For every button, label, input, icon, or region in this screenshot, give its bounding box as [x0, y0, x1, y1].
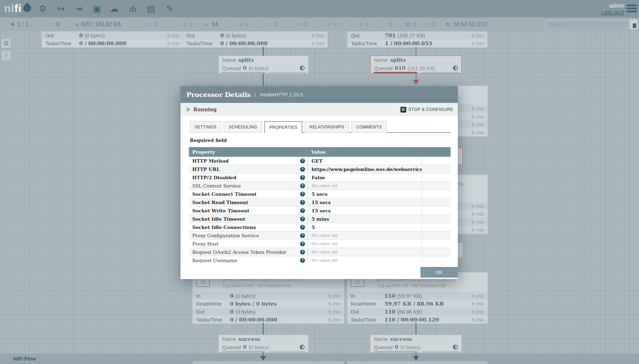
help-icon[interactable]: ? — [300, 183, 305, 188]
not-transmitting-icon: ⊘ — [183, 21, 187, 28]
label-icon[interactable]: ✎ — [164, 3, 176, 15]
help-icon[interactable]: ? — [300, 258, 305, 263]
tab-settings[interactable]: SETTINGS — [190, 121, 221, 133]
status-up-to-date: ✔0 — [327, 18, 337, 31]
stat-value-detail: (0 bytes) — [226, 32, 246, 38]
status-sync-failure-count: 0 — [432, 21, 435, 28]
breadcrumb[interactable]: NiFi Flow — [13, 356, 36, 362]
property-row: Request OAuth2 Access Token Provider?No … — [189, 248, 451, 256]
navigate-palette-button[interactable]: ⊙ — [1, 38, 11, 48]
connection-line-backpressure[interactable] — [416, 47, 416, 56]
property-value: 5 secs — [312, 191, 327, 197]
status-running-count: 14 — [212, 21, 218, 28]
refresh-icon[interactable]: ↻ — [446, 21, 451, 28]
input-port-icon[interactable]: ↦ — [55, 3, 67, 15]
stat-value-detail: (0 bytes) — [235, 293, 256, 299]
stat-label: Out — [348, 32, 385, 38]
stat-value: 1 / 00:00:00.053 — [385, 40, 432, 47]
help-icon[interactable]: ? — [300, 217, 305, 221]
connection-line[interactable] — [416, 323, 416, 335]
connection-label-splits-right[interactable]: Namesplits Queued610(161.25 KB) — [370, 56, 462, 74]
connection-line-backpressure[interactable] — [416, 74, 416, 80]
processor-details-dialog: Processor Details | InvokeHTTP 1.25.0 Ru… — [180, 86, 458, 279]
status-transmitting: ◎0 — [147, 18, 157, 31]
processor-jolt-right[interactable]: ◎ JoltTransformJSON 1.25.0 org.apache.ni… — [347, 272, 488, 324]
global-menu-button[interactable] — [627, 4, 637, 14]
processor-stats-top-mid[interactable]: Out0 (0 bytes)5 minTasks/Time0 / 00:00:0… — [183, 31, 328, 48]
operate-palette-button[interactable]: ☞ — [1, 50, 11, 61]
help-icon[interactable]: ? — [300, 208, 305, 213]
stat-label: In — [347, 293, 385, 299]
connection-line[interactable] — [263, 47, 263, 56]
logout-link[interactable]: LOG OUT — [601, 10, 624, 16]
property-value: 15 secs — [312, 208, 331, 213]
help-icon[interactable]: ? — [300, 225, 305, 230]
help-icon[interactable]: ? — [300, 175, 305, 180]
status-threads-count: 0 — [57, 21, 60, 28]
search-input[interactable] — [546, 20, 627, 29]
stop-and-configure-button[interactable]: ⚙ STOP & CONFIGURE — [400, 107, 453, 113]
stat-label: Out — [193, 309, 230, 315]
running-icon — [187, 107, 191, 112]
bulletin-board-icon[interactable] — [629, 19, 638, 30]
stat-row: Tasks/Time110 / 00:00:00.120 5 min — [347, 316, 488, 324]
stat-window: 5 min — [465, 317, 488, 323]
property-value: No value set — [312, 233, 337, 238]
processor-stats-top-left[interactable]: Out0 (0 bytes)5 minTasks/Time0 / 00:00:0… — [41, 31, 183, 48]
queued-count: 0 — [243, 65, 246, 71]
status-stopped: ■0 — [239, 18, 248, 31]
property-row: SSL Context Service?No value set — [189, 182, 451, 190]
logo-text-fi: fi — [15, 2, 22, 15]
stat-value: 0 bytes / 0 bytes — [230, 301, 277, 307]
help-icon[interactable]: ? — [300, 159, 305, 163]
connection-label-success-left[interactable]: Namesuccess Queued0(0 bytes) — [219, 335, 308, 353]
tab-properties[interactable]: PROPERTIES — [265, 121, 302, 133]
connection-line[interactable] — [263, 74, 263, 86]
tab-relationships[interactable]: RELATIONSHIPS — [305, 121, 349, 133]
help-icon[interactable]: ? — [300, 233, 305, 238]
queue-fill-icon — [453, 66, 458, 70]
tab-scheduling[interactable]: SCHEDULING — [224, 121, 262, 133]
status-stale: ↑0 — [384, 18, 392, 31]
required-field-note: Required field — [190, 137, 227, 143]
stat-value: 110 — [385, 293, 395, 299]
output-port-icon[interactable]: ↠ — [73, 3, 85, 15]
run-status-text: Running — [193, 107, 216, 112]
help-icon[interactable]: ? — [300, 167, 305, 172]
stat-row: Tasks/Time1 / 00:00:00.053 5 min — [348, 39, 487, 47]
help-icon[interactable]: ? — [300, 192, 305, 197]
connection-label-success-right[interactable]: Namesuccess Queued0(0 bytes) — [370, 335, 462, 353]
help-icon[interactable]: ? — [300, 200, 305, 205]
stat-label: In — [193, 293, 230, 299]
connection-label-splits-left[interactable]: Namesplits Queued0(0 bytes) — [219, 56, 308, 74]
stat-window: 5 min — [465, 114, 488, 119]
help-icon[interactable]: ? — [300, 250, 305, 255]
stat-window: 5 min — [465, 309, 488, 315]
ok-button[interactable]: OK — [420, 267, 458, 278]
stat-row: In0 (0 bytes)5 min — [193, 292, 344, 300]
remote-process-group-icon[interactable]: ☁ — [108, 3, 120, 15]
stat-row: Read/Write59.97 KB / 88.96 KB 5 min — [347, 300, 488, 308]
breadcrumb-bar: NiFi Flow — [0, 354, 639, 364]
stat-window: 5 min — [321, 293, 344, 299]
stat-window: 5 min — [160, 40, 183, 46]
connection-line[interactable] — [263, 323, 263, 335]
refresh-time: 16:52:42 UTC — [453, 21, 488, 28]
stopped-icon: ■ — [239, 21, 242, 27]
processor-icon[interactable]: ⚙ — [37, 3, 48, 15]
stat-window: 5 min — [465, 122, 488, 127]
stat-window: 5 min — [321, 301, 344, 307]
connection-name-label: Name — [374, 336, 388, 342]
stat-value: 0 / 00:00:00.000 — [220, 40, 268, 47]
stat-row: Read/Write0 bytes / 0 bytes 5 min — [193, 300, 344, 308]
processor-jolt-left[interactable]: ◎ JoltTransformJSON 1.25.0 org.apache.ni… — [192, 272, 344, 324]
processor-stats-top-right[interactable]: Out701 (185.27 KB)5 minTasks/Time1 / 00:… — [347, 31, 488, 48]
stat-window: 5 min — [465, 301, 488, 307]
property-name: Socket Idle Timeout — [192, 216, 245, 222]
help-icon[interactable]: ? — [300, 241, 305, 246]
logo-text-ni: ni — [4, 2, 15, 15]
funnel-icon[interactable]: Ψ — [127, 3, 139, 15]
template-icon[interactable]: ▤ — [145, 3, 157, 15]
process-group-icon[interactable]: ▣ — [91, 3, 103, 15]
tab-comments[interactable]: COMMENTS — [351, 121, 386, 133]
